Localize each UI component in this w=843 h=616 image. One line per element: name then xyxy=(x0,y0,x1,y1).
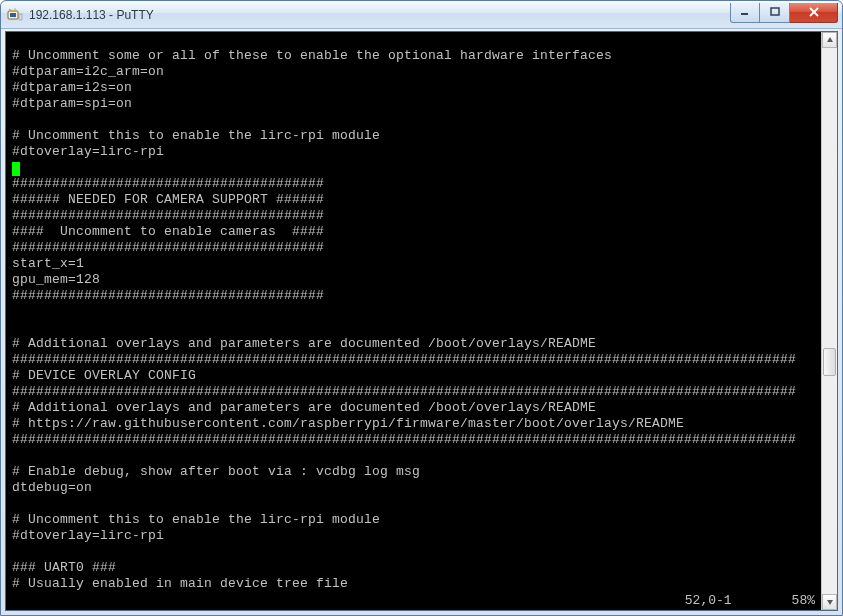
terminal-line: ####################################### xyxy=(12,176,817,192)
terminal-line xyxy=(12,544,817,560)
terminal-line: # Enable debug, show after boot via : vc… xyxy=(12,464,817,480)
svg-marker-9 xyxy=(827,37,833,42)
terminal-line: # Uncomment this to enable the lirc-rpi … xyxy=(12,128,817,144)
chevron-up-icon xyxy=(826,36,834,44)
terminal[interactable]: # Uncomment some or all of these to enab… xyxy=(6,32,821,610)
terminal-line: # Additional overlays and parameters are… xyxy=(12,336,817,352)
scrollbar-track[interactable] xyxy=(822,48,837,594)
putty-window: 192.168.1.113 - PuTTY # Uncomment some o… xyxy=(0,0,843,616)
maximize-button[interactable] xyxy=(760,3,790,23)
chevron-down-icon xyxy=(826,598,834,606)
cursor xyxy=(12,162,20,176)
terminal-line: gpu_mem=128 xyxy=(12,272,817,288)
terminal-line xyxy=(12,32,817,48)
svg-marker-10 xyxy=(827,600,833,605)
terminal-line xyxy=(12,112,817,128)
scroll-percent: 58% xyxy=(792,593,815,608)
terminal-line: #dtparam=spi=on xyxy=(12,96,817,112)
terminal-line: # https://raw.githubusercontent.com/rasp… xyxy=(12,416,817,432)
terminal-line: #dtparam=i2s=on xyxy=(12,80,817,96)
maximize-icon xyxy=(770,7,780,17)
svg-rect-6 xyxy=(771,8,779,15)
terminal-line: # Uncomment some or all of these to enab… xyxy=(12,48,817,64)
terminal-line: ########################################… xyxy=(12,384,817,400)
terminal-line: ####################################### xyxy=(12,288,817,304)
scrollbar[interactable] xyxy=(821,32,837,610)
terminal-line: #### Uncomment to enable cameras #### xyxy=(12,224,817,240)
scrollbar-thumb[interactable] xyxy=(823,348,836,375)
svg-rect-2 xyxy=(19,14,22,20)
terminal-line xyxy=(12,496,817,512)
terminal-line: # Usually enabled in main device tree fi… xyxy=(12,576,817,592)
terminal-line: #dtoverlay=lirc-rpi xyxy=(12,144,817,160)
window-title: 192.168.1.113 - PuTTY xyxy=(29,8,730,22)
terminal-line: # DEVICE OVERLAY CONFIG xyxy=(12,368,817,384)
cursor-position: 52,0-1 xyxy=(685,593,732,608)
terminal-line: #dtparam=i2c_arm=on xyxy=(12,64,817,80)
terminal-line: ### UART0 ### xyxy=(12,560,817,576)
terminal-line: ########################################… xyxy=(12,432,817,448)
terminal-line: # Uncomment this to enable the lirc-rpi … xyxy=(12,512,817,528)
client-area: # Uncomment some or all of these to enab… xyxy=(5,31,838,611)
titlebar[interactable]: 192.168.1.113 - PuTTY xyxy=(1,1,842,29)
terminal-line xyxy=(12,160,817,176)
scroll-down-button[interactable] xyxy=(822,594,837,610)
terminal-line: # Additional overlays and parameters are… xyxy=(12,400,817,416)
terminal-line: dtdebug=on xyxy=(12,480,817,496)
terminal-line: start_x=1 xyxy=(12,256,817,272)
terminal-line: ########################################… xyxy=(12,352,817,368)
terminal-line xyxy=(12,320,817,336)
terminal-line: ###### NEEDED FOR CAMERA SUPPORT ###### xyxy=(12,192,817,208)
close-icon xyxy=(808,7,820,17)
terminal-line xyxy=(12,448,817,464)
terminal-line xyxy=(12,304,817,320)
terminal-line: ####################################### xyxy=(12,240,817,256)
terminal-line: ####################################### xyxy=(12,208,817,224)
minimize-button[interactable] xyxy=(730,3,760,23)
window-controls xyxy=(730,3,838,23)
putty-icon xyxy=(7,7,23,23)
minimize-icon xyxy=(740,7,750,17)
scroll-up-button[interactable] xyxy=(822,32,837,48)
terminal-line: #dtoverlay=lirc-rpi xyxy=(12,528,817,544)
svg-rect-1 xyxy=(10,13,16,17)
close-button[interactable] xyxy=(790,3,838,23)
editor-status: 52,0-1 58% xyxy=(685,593,815,608)
